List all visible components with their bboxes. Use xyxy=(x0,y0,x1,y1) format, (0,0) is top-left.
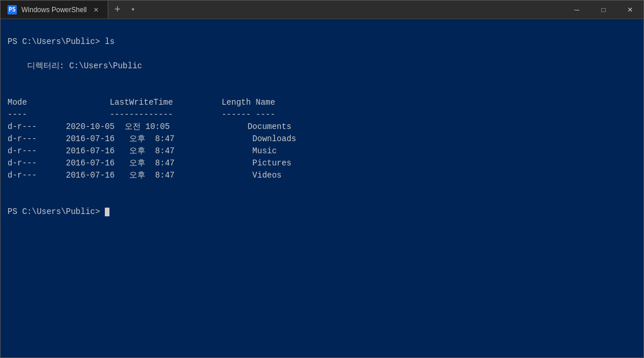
tab-dropdown-button[interactable]: ▾ xyxy=(126,1,140,19)
powershell-icon: PS xyxy=(8,5,17,14)
minimize-button[interactable]: ─ xyxy=(564,1,590,19)
maximize-button[interactable]: □ xyxy=(590,1,617,19)
dir-row-0: d-r--- 2020-10-05 오전 10:05 Documents xyxy=(8,122,291,131)
new-tab-button[interactable]: + xyxy=(108,1,126,19)
dir-row-4: d-r--- 2016-07-16 오후 8:47 Videos xyxy=(8,171,281,180)
prompt-line-1: PS C:\Users\Public> ls xyxy=(8,37,115,46)
terminal-content[interactable]: PS C:\Users\Public> ls 디렉터리: C:\Users\Pu… xyxy=(1,19,643,357)
prompt-line-2: PS C:\Users\Public> xyxy=(8,207,109,216)
close-button[interactable]: ✕ xyxy=(617,1,643,19)
dir-row-1: d-r--- 2016-07-16 오후 8:47 Downloads xyxy=(8,134,296,143)
tab-close-button[interactable]: ✕ xyxy=(92,3,101,16)
dir-row-2: d-r--- 2016-07-16 오후 8:47 Music xyxy=(8,146,277,156)
dir-header: 디렉터리: C:\Users\Public xyxy=(8,61,142,71)
tab-label: Windows PowerShell xyxy=(21,6,87,14)
powershell-tab[interactable]: PS Windows PowerShell ✕ xyxy=(1,1,108,19)
tab-area: PS Windows PowerShell ✕ + ▾ xyxy=(1,1,564,19)
titlebar: PS Windows PowerShell ✕ + ▾ ─ □ ✕ xyxy=(1,1,643,19)
dir-row-3: d-r--- 2016-07-16 오후 8:47 Pictures xyxy=(8,158,291,168)
col-headers: Mode LastWriteTime Length Name xyxy=(8,98,275,107)
window-controls: ─ □ ✕ xyxy=(564,1,643,19)
col-separators: ---- ------------- ------ ---- xyxy=(8,110,275,119)
powershell-window: PS Windows PowerShell ✕ + ▾ ─ □ ✕ PS C:\… xyxy=(0,0,644,358)
cursor xyxy=(105,208,109,216)
